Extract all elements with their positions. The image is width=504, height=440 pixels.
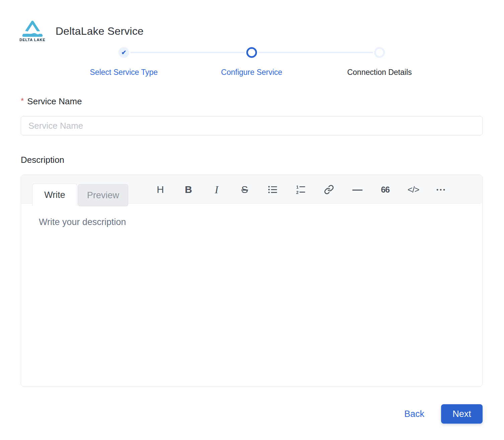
step-label-connection-details: Connection Details <box>347 68 412 77</box>
italic-icon[interactable]: I <box>211 183 223 196</box>
page-title: DeltaLake Service <box>56 25 144 37</box>
bullet-list-icon[interactable] <box>267 183 279 196</box>
bold-icon[interactable]: B <box>182 183 194 196</box>
step-circle-pending <box>374 47 385 58</box>
step-select-service-type[interactable]: ✔ Select Service Type <box>60 47 188 77</box>
next-button[interactable]: Next <box>441 404 483 424</box>
link-icon[interactable] <box>323 183 335 196</box>
quote-icon[interactable]: 66 <box>379 183 391 196</box>
step-connection-details[interactable]: Connection Details <box>316 47 443 77</box>
service-name-input[interactable] <box>21 116 483 135</box>
configure-service-page: DELTA LAKE DeltaLake Service ✔ Select Se… <box>0 0 504 440</box>
code-icon[interactable]: </> <box>407 183 419 196</box>
step-circle-active <box>246 47 257 58</box>
service-name-label-text: Service Name <box>27 96 82 106</box>
toolbar-icons: H B I S 1 2 <box>154 183 447 196</box>
editor-body <box>21 204 482 387</box>
back-button[interactable]: Back <box>404 407 425 421</box>
logo-wordmark: DELTA LAKE <box>19 38 46 42</box>
check-icon: ✔ <box>121 49 126 56</box>
delta-lake-logo-icon <box>22 21 43 37</box>
svg-text:2: 2 <box>296 190 299 195</box>
svg-text:1: 1 <box>296 185 299 190</box>
editor-tabs: Write Preview <box>32 184 128 206</box>
delta-lake-logo: DELTA LAKE <box>21 21 44 42</box>
numbered-list-icon[interactable]: 1 2 <box>295 183 307 196</box>
step-configure-service[interactable]: Configure Service <box>188 47 316 77</box>
heading-icon[interactable]: H <box>154 183 166 196</box>
description-textarea[interactable] <box>21 204 482 387</box>
tab-write[interactable]: Write <box>32 184 77 206</box>
description-label: Description <box>21 155 483 165</box>
stepper: ✔ Select Service Type Configure Service … <box>60 47 443 77</box>
tab-preview[interactable]: Preview <box>78 184 128 206</box>
horizontal-rule-icon[interactable]: — <box>351 183 363 196</box>
editor-toolbar: Write Preview H B I S <box>21 175 482 204</box>
step-circle-completed: ✔ <box>118 47 129 58</box>
required-asterisk: * <box>21 96 24 105</box>
step-label-select-service-type: Select Service Type <box>90 68 158 77</box>
footer: Back Next <box>21 404 483 424</box>
header: DELTA LAKE DeltaLake Service <box>21 21 483 42</box>
step-label-configure-service: Configure Service <box>221 68 282 77</box>
description-editor: Write Preview H B I S <box>21 175 483 387</box>
service-name-label: *Service Name <box>21 96 483 107</box>
strikethrough-icon[interactable]: S <box>239 183 251 196</box>
more-options-icon[interactable]: ••• <box>435 183 447 196</box>
